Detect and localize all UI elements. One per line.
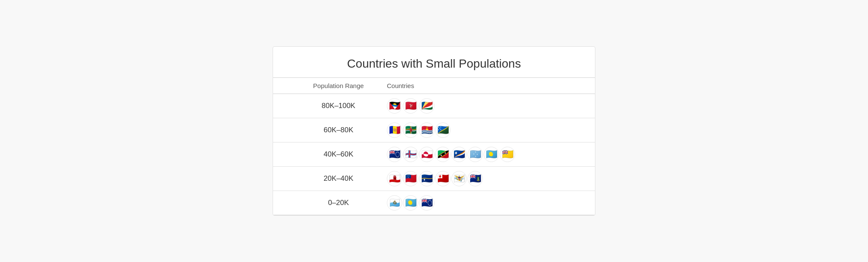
main-card: Countries with Small Populations Populat… [273,46,595,216]
flag-icon: 🇵🇼 [484,147,499,162]
flag-icon: 🇰🇮 [419,122,434,138]
flag-icon: 🇻🇬 [468,171,483,186]
flags-cell: 🇦🇬🇮🇲🇸🇨 [383,94,595,118]
population-range: 40K–60K [273,142,383,167]
flags-row: 🇨🇰🇫🇴🇬🇱🇰🇳🇲🇭🇫🇲🇵🇼🇳🇺 [387,147,595,162]
table-row: 0–20K🇸🇲🇵🇼🇨🇰 [273,191,595,215]
population-range: 80K–100K [273,94,383,118]
flag-icon: 🇸🇧 [435,122,451,138]
flag-icon: 🇫🇲 [468,147,483,162]
flag-icon: 🇩🇲 [403,122,418,138]
flag-icon: 🇬🇱 [419,147,434,162]
flags-cell: 🇬🇮🇼🇸🇳🇷🇹🇴🇻🇮🇻🇬 [383,167,595,191]
flags-row: 🇦🇬🇮🇲🇸🇨 [387,98,595,114]
flag-icon: 🇮🇲 [403,98,418,114]
flag-icon: 🇨🇰 [419,195,434,211]
flag-icon: 🇸🇨 [419,98,434,114]
chart-title: Countries with Small Populations [273,47,595,78]
table-row: 80K–100K🇦🇬🇮🇲🇸🇨 [273,94,595,118]
flag-icon: 🇦🇩 [387,122,402,138]
flag-icon: 🇸🇲 [387,195,402,211]
flag-icon: 🇬🇮 [387,171,402,186]
flags-row: 🇦🇩🇩🇲🇰🇮🇸🇧 [387,122,595,138]
col-header-countries: Countries [383,78,595,94]
flags-cell: 🇸🇲🇵🇼🇨🇰 [383,191,595,215]
col-header-range: Population Range [273,78,383,94]
flags-cell: 🇨🇰🇫🇴🇬🇱🇰🇳🇲🇭🇫🇲🇵🇼🇳🇺 [383,142,595,167]
population-range: 60K–80K [273,118,383,142]
flags-row: 🇬🇮🇼🇸🇳🇷🇹🇴🇻🇮🇻🇬 [387,171,595,186]
flag-icon: 🇦🇬 [387,98,402,114]
population-range: 20K–40K [273,167,383,191]
flags-cell: 🇦🇩🇩🇲🇰🇮🇸🇧 [383,118,595,142]
flag-icon: 🇳🇺 [500,147,515,162]
flag-icon: 🇹🇴 [435,171,451,186]
flag-icon: 🇰🇳 [435,147,451,162]
flags-row: 🇸🇲🇵🇼🇨🇰 [387,195,595,211]
table-row: 20K–40K🇬🇮🇼🇸🇳🇷🇹🇴🇻🇮🇻🇬 [273,167,595,191]
flag-icon: 🇲🇭 [451,147,467,162]
table-row: 40K–60K🇨🇰🇫🇴🇬🇱🇰🇳🇲🇭🇫🇲🇵🇼🇳🇺 [273,142,595,167]
population-range: 0–20K [273,191,383,215]
flag-icon: 🇨🇰 [387,147,402,162]
flag-icon: 🇫🇴 [403,147,418,162]
population-table: Population Range Countries 80K–100K🇦🇬🇮🇲🇸… [273,78,595,215]
flag-icon: 🇵🇼 [403,195,418,211]
table-row: 60K–80K🇦🇩🇩🇲🇰🇮🇸🇧 [273,118,595,142]
flag-icon: 🇼🇸 [403,171,418,186]
flag-icon: 🇳🇷 [419,171,434,186]
flag-icon: 🇻🇮 [451,171,467,186]
